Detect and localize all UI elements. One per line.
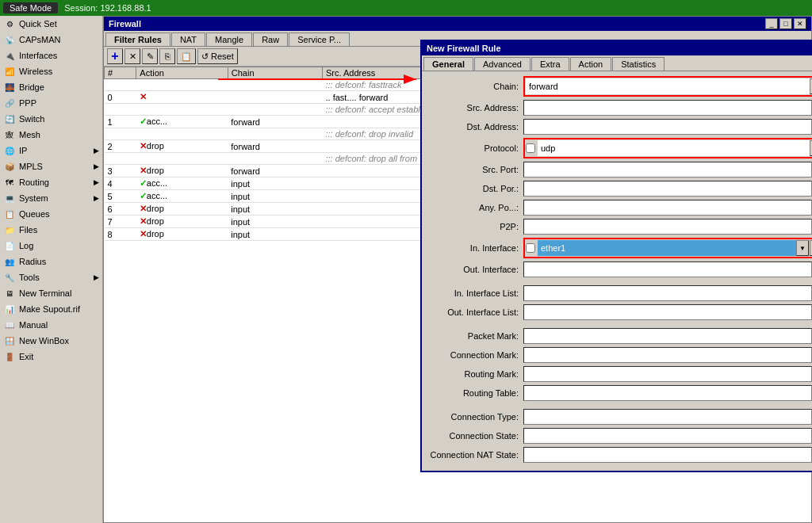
tab-raw[interactable]: Raw	[253, 32, 288, 46]
sidebar-item-label: Bridge	[19, 82, 44, 92]
chain-input[interactable]	[526, 78, 810, 94]
sidebar-item-terminal[interactable]: 🖥 New Terminal	[0, 285, 102, 301]
sidebar-item-wireless[interactable]: 📶 Wireless	[0, 63, 102, 79]
tab-service[interactable]: Service P...	[289, 32, 350, 46]
chain-label: Chain:	[428, 82, 523, 91]
sidebar-item-label: System	[19, 193, 48, 203]
src-port-row: Src. Port: ▼	[428, 162, 812, 178]
sidebar-item-manual[interactable]: 📖 Manual	[0, 317, 102, 333]
sidebar-item-log[interactable]: 📄 Log	[0, 238, 102, 254]
sidebar-item-interfaces[interactable]: 🔌 Interfaces	[0, 48, 102, 63]
safe-mode-label[interactable]: Safe Mode	[3, 2, 58, 13]
edit-btn[interactable]: ✎	[142, 48, 158, 64]
sidebar-item-winbox[interactable]: 🪟 New WinBox	[0, 333, 102, 349]
sidebar-item-ip[interactable]: 🌐 IP ▶	[0, 143, 102, 158]
sidebar-item-label: Interfaces	[19, 51, 57, 60]
close-button[interactable]: ✕	[794, 18, 806, 29]
connection-state-input[interactable]	[523, 428, 812, 444]
manual-icon: 📖	[3, 319, 16, 331]
protocol-checkbox[interactable]	[526, 143, 535, 153]
interfaces-icon: 🔌	[3, 49, 16, 62]
remove-btn[interactable]: ✕	[124, 48, 140, 64]
sidebar-item-label: CAPsMAN	[19, 35, 61, 44]
out-interface-list-row: Out. Interface List: ▼	[428, 304, 812, 320]
minimize-button[interactable]: _	[765, 18, 778, 29]
dialog-tab-statistics[interactable]: Statistics	[612, 57, 665, 71]
src-port-label: Src. Port:	[428, 165, 523, 174]
p2p-label: P2P:	[428, 222, 523, 231]
in-interface-list-row: In. Interface List: ▼	[428, 285, 812, 301]
p2p-input[interactable]	[523, 219, 812, 235]
sidebar-item-radius[interactable]: 👥 Radius	[0, 254, 102, 269]
connection-mark-label: Connection Mark:	[428, 350, 523, 360]
sidebar-item-bridge[interactable]: 🌉 Bridge	[0, 79, 102, 95]
in-interface-dropdown[interactable]: ▼	[796, 240, 809, 256]
connection-mark-input[interactable]	[523, 347, 812, 363]
sidebar-item-routing[interactable]: 🗺 Routing ▶	[0, 174, 102, 190]
queues-icon: 📋	[3, 208, 16, 220]
sidebar-item-exit[interactable]: 🚪 Exit	[0, 349, 102, 365]
out-interface-list-label: Out. Interface List:	[428, 307, 523, 317]
connection-state-row: Connection State: ▼	[428, 428, 812, 444]
dst-address-input[interactable]	[523, 119, 812, 135]
system-icon: 💻	[3, 192, 16, 204]
sidebar-item-system[interactable]: 💻 System ▶	[0, 190, 102, 206]
tab-filter-rules[interactable]: Filter Rules	[105, 32, 170, 46]
maximize-button[interactable]: □	[779, 18, 792, 29]
session-label: Session: 192.168.88.1	[64, 3, 151, 13]
sidebar-item-label: Quick Set	[19, 19, 57, 29]
paste-btn[interactable]: 📋	[177, 48, 196, 64]
sidebar-item-queues[interactable]: 📋 Queues	[0, 206, 102, 222]
sidebar-item-label: Routing	[19, 178, 49, 187]
src-port-input[interactable]	[523, 162, 812, 178]
in-interface-input[interactable]	[538, 240, 796, 256]
dialog-tab-extra[interactable]: Extra	[531, 57, 569, 71]
protocol-label: Protocol:	[428, 143, 523, 153]
routing-table-row: Routing Table: ▼	[428, 385, 812, 401]
sidebar-item-ppp[interactable]: 🔗 PPP	[0, 95, 102, 111]
connection-type-input[interactable]	[523, 409, 812, 425]
sidebar-item-switch[interactable]: 🔄 Switch	[0, 111, 102, 127]
firewall-window-controls: _ □ ✕	[765, 18, 806, 29]
tab-mangle[interactable]: Mangle	[206, 32, 252, 46]
any-port-label: Any. Po...:	[428, 203, 523, 212]
connection-type-row: Connection Type: ▼	[428, 409, 812, 425]
routing-arrow: ▶	[94, 178, 99, 186]
dialog-tab-advanced[interactable]: Advanced	[474, 57, 530, 71]
sidebar-item-label: Switch	[19, 114, 44, 124]
packet-mark-input[interactable]	[523, 328, 812, 344]
src-address-label: Src. Address:	[428, 103, 523, 113]
protocol-input[interactable]	[538, 140, 810, 156]
routing-table-input[interactable]	[523, 385, 812, 401]
sidebar-item-label: Log	[19, 241, 33, 250]
sidebar-item-quickset[interactable]: ⚙ Quick Set	[0, 16, 102, 32]
dst-port-row: Dst. Por.: ▼	[428, 181, 812, 197]
copy-btn[interactable]: ⎘	[159, 48, 175, 64]
tab-nat[interactable]: NAT	[171, 32, 205, 46]
add-rule-button[interactable]: +	[107, 48, 123, 64]
reset-btn[interactable]: ↺ Reset	[197, 48, 238, 64]
form-area: Chain: ▼ Src. Address: ▼	[422, 71, 812, 471]
src-address-input[interactable]	[523, 100, 812, 116]
mesh-icon: 🕸	[3, 128, 16, 141]
sidebar-item-supout[interactable]: 📊 Make Supout.rif	[0, 301, 102, 317]
in-interface-list-input[interactable]	[523, 285, 812, 301]
sidebar-item-capsman[interactable]: 📡 CAPsMAN	[0, 32, 102, 48]
out-interface-list-input[interactable]	[523, 304, 812, 320]
sidebar-item-tools[interactable]: 🔧 Tools ▶	[0, 269, 102, 285]
out-interface-input[interactable]	[523, 262, 812, 277]
dst-port-label: Dst. Por.:	[428, 184, 523, 193]
dialog-tab-general[interactable]: General	[423, 57, 473, 71]
routing-table-label: Routing Table:	[428, 388, 523, 398]
dst-port-input[interactable]	[523, 181, 812, 197]
connection-nat-state-input[interactable]	[523, 447, 812, 463]
sidebar-item-files[interactable]: 📁 Files	[0, 222, 102, 238]
dialog-body: Chain: ▼ Src. Address: ▼	[422, 71, 812, 471]
sidebar-item-mesh[interactable]: 🕸 Mesh	[0, 127, 102, 143]
routing-mark-input[interactable]	[523, 366, 812, 382]
in-interface-checkbox[interactable]	[526, 243, 535, 253]
dialog-tab-action[interactable]: Action	[570, 57, 612, 71]
sidebar-item-mpls[interactable]: 📦 MPLS ▶	[0, 158, 102, 174]
capsman-icon: 📡	[3, 33, 16, 46]
any-port-input[interactable]	[523, 200, 812, 216]
